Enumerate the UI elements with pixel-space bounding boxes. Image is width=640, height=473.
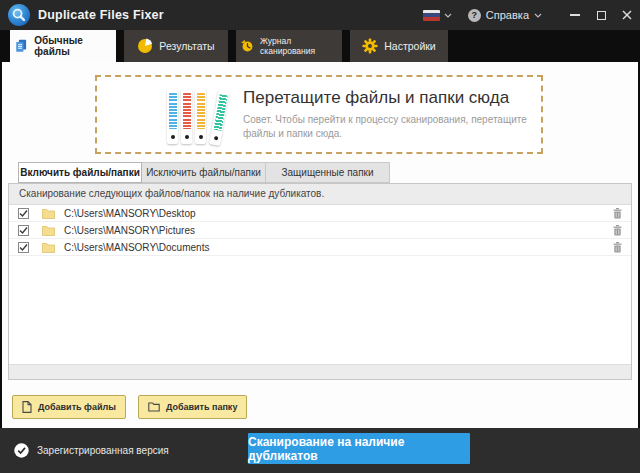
help-label: Справка — [486, 9, 529, 21]
binders-icon — [167, 86, 223, 144]
folder-icon — [42, 242, 55, 253]
pie-chart-icon — [137, 38, 153, 54]
registered-version: Зарегистрированная версия — [14, 443, 169, 458]
scan-list-header: Сканирование следующих файлов/папок на н… — [9, 184, 631, 205]
panel-footer-strip — [9, 364, 631, 379]
dropzone-hint: Совет. Чтобы перейти к процессу сканиров… — [243, 113, 553, 141]
scan-list-row[interactable]: C:\Users\MANSORY\Desktop — [9, 205, 631, 222]
maximize-icon — [597, 11, 606, 20]
scan-list-row[interactable]: C:\Users\MANSORY\Documents — [9, 239, 631, 256]
add-files-label: Добавить файлы — [38, 402, 116, 412]
tab-label: Настройки — [384, 40, 436, 52]
scan-for-duplicates-button[interactable]: Сканирование на наличие дубликатов — [248, 433, 470, 464]
subtab-exclude[interactable]: Исключить файлы/папки — [142, 162, 266, 183]
tab-label: Журнал сканирования — [260, 36, 338, 56]
documents-icon — [14, 38, 28, 54]
tab-regular-files[interactable]: Обычные файлы — [10, 30, 116, 62]
delete-icon[interactable] — [613, 225, 622, 236]
subtab-protected[interactable]: Защищенные папки — [266, 162, 390, 183]
scan-history-icon — [240, 38, 254, 54]
gear-icon — [362, 38, 378, 54]
folder-outline-icon — [148, 402, 160, 412]
subtab-include[interactable]: Включить файлы/папки — [18, 162, 142, 183]
title-bar: Duplicate Files Fixer ? Справка — [0, 0, 640, 30]
registered-version-label: Зарегистрированная версия — [37, 445, 169, 456]
add-files-button[interactable]: Добавить файлы — [12, 395, 126, 419]
drag-drop-zone[interactable]: Перетащите файлы и папки сюда Совет. Что… — [95, 75, 543, 154]
tab-results[interactable]: Результаты — [124, 30, 228, 62]
tab-scan-history[interactable]: Журнал сканирования — [236, 30, 342, 62]
checkbox-checked[interactable] — [18, 242, 29, 253]
check-circle-icon — [14, 443, 29, 458]
add-buttons-row: Добавить файлы Добавить папку — [12, 395, 247, 419]
folder-icon — [42, 225, 55, 236]
app-title: Duplicate Files Fixer — [38, 8, 164, 22]
app-logo-icon — [8, 4, 30, 26]
folder-path: C:\Users\MANSORY\Pictures — [64, 225, 195, 236]
question-mark-icon: ? — [468, 9, 481, 22]
russian-flag-icon — [423, 10, 440, 21]
delete-icon[interactable] — [613, 242, 622, 253]
maximize-button[interactable] — [588, 0, 614, 30]
list-tab-bar: Включить файлы/папки Исключить файлы/пап… — [18, 162, 390, 183]
tab-label: Результаты — [159, 40, 214, 52]
language-selector[interactable] — [423, 10, 452, 21]
add-folder-button[interactable]: Добавить папку — [138, 395, 247, 419]
checkbox-checked[interactable] — [18, 225, 29, 236]
minimize-button[interactable] — [562, 0, 588, 30]
minimize-icon — [570, 14, 580, 16]
add-folder-label: Добавить папку — [166, 402, 237, 412]
scan-list-row[interactable]: C:\Users\MANSORY\Pictures — [9, 222, 631, 239]
help-menu[interactable]: ? Справка — [468, 9, 542, 22]
tab-label: Обычные файлы — [34, 35, 112, 57]
dropzone-title: Перетащите файлы и папки сюда — [243, 88, 553, 108]
folder-path: C:\Users\MANSORY\Documents — [64, 242, 209, 253]
footer-bar: Зарегистрированная версия Сканирование н… — [0, 428, 640, 473]
chevron-down-icon — [534, 13, 542, 18]
chevron-down-icon — [444, 13, 452, 18]
checkbox-checked[interactable] — [18, 208, 29, 219]
tab-settings[interactable]: Настройки — [350, 30, 448, 62]
close-button[interactable] — [614, 0, 640, 30]
main-tab-bar: Обычные файлы Результаты Журнал сканиров… — [0, 30, 640, 62]
folder-icon — [42, 208, 55, 219]
delete-icon[interactable] — [613, 208, 622, 219]
close-icon — [622, 10, 632, 20]
file-icon — [22, 401, 32, 413]
main-content: Перетащите файлы и папки сюда Совет. Что… — [2, 62, 638, 428]
scan-list-panel: Сканирование следующих файлов/папок на н… — [8, 183, 632, 380]
folder-path: C:\Users\MANSORY\Desktop — [64, 208, 196, 219]
app-window: Duplicate Files Fixer ? Справка — [0, 0, 640, 473]
